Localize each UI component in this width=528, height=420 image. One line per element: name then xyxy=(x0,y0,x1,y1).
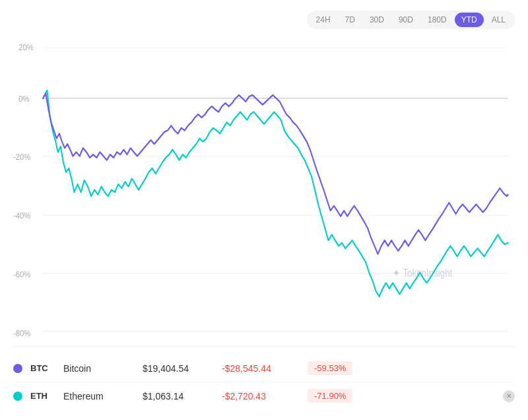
time-period-selector: 24H 7D 30D 90D 180D YTD ALL xyxy=(307,11,515,29)
toolbar: 24H 7D 30D 90D 180D YTD ALL xyxy=(13,11,515,29)
btc-price: $19,404.54 xyxy=(143,363,222,374)
btc-change-abs: -$28,545.44 xyxy=(222,363,308,374)
svg-text:-40%: -40% xyxy=(13,211,30,221)
time-btn-180d[interactable]: 180D xyxy=(421,13,453,27)
svg-text:20%: 20% xyxy=(18,42,34,52)
time-btn-24h[interactable]: 24H xyxy=(310,13,337,27)
svg-text:-60%: -60% xyxy=(13,269,30,279)
main-container: 24H 7D 30D 90D 180D YTD ALL 20% 0% -20% … xyxy=(0,0,528,420)
time-btn-30d[interactable]: 30D xyxy=(363,13,391,27)
svg-text:-80%: -80% xyxy=(13,328,30,338)
btc-ticker: BTC xyxy=(30,363,63,373)
btc-line xyxy=(43,94,508,254)
time-btn-90d[interactable]: 90D xyxy=(392,13,420,27)
chart-svg: 20% 0% -20% -40% -60% -80% 1.01 2.04 3.1… xyxy=(13,36,515,341)
legend-row-btc: BTC Bitcoin $19,404.54 -$28,545.44 -59.5… xyxy=(13,355,515,382)
remove-eth-button[interactable]: ✕ xyxy=(503,390,515,402)
svg-text:✦ TokenInsight: ✦ TokenInsight xyxy=(393,267,452,279)
legend-area: BTC Bitcoin $19,404.54 -$28,545.44 -59.5… xyxy=(13,346,515,409)
time-btn-all[interactable]: ALL xyxy=(485,13,512,27)
eth-dot xyxy=(13,392,22,401)
btc-dot xyxy=(13,364,22,373)
time-btn-7d[interactable]: 7D xyxy=(339,13,362,27)
legend-row-eth: ETH Ethereum $1,063.14 -$2,720.43 -71.90… xyxy=(13,382,515,409)
eth-price: $1,063.14 xyxy=(143,391,222,402)
btc-change-pct: -59.53% xyxy=(308,361,352,375)
svg-text:0%: 0% xyxy=(18,94,29,104)
time-btn-ytd[interactable]: YTD xyxy=(455,13,484,27)
eth-change-pct: -71.90% xyxy=(308,389,352,403)
eth-name: Ethereum xyxy=(63,391,143,402)
chart-area: 20% 0% -20% -40% -60% -80% 1.01 2.04 3.1… xyxy=(13,36,515,341)
svg-text:-20%: -20% xyxy=(13,153,30,162)
eth-line xyxy=(43,90,508,297)
eth-change-abs: -$2,720.43 xyxy=(222,391,308,402)
eth-ticker: ETH xyxy=(30,391,63,401)
btc-name: Bitcoin xyxy=(63,363,143,374)
